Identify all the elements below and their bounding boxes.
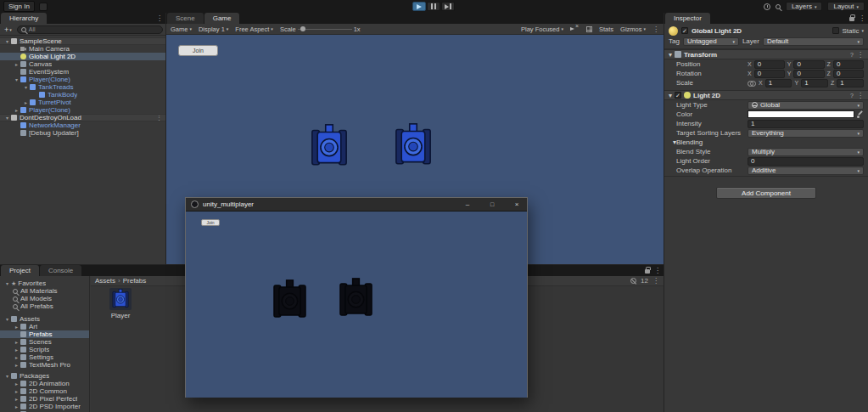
tag-dropdown[interactable]: Untagged: [683, 37, 739, 46]
foldout-icon[interactable]: [13, 362, 20, 368]
hierarchy-search-input[interactable]: All: [17, 25, 163, 34]
foldout-icon[interactable]: [22, 99, 30, 105]
favorite-item[interactable]: All Prefabs: [0, 302, 89, 310]
rotation-z-field[interactable]: 0: [833, 70, 864, 78]
tab-game[interactable]: Game: [204, 13, 240, 24]
display-dropdown[interactable]: Display 1: [199, 25, 228, 33]
content-menu-icon[interactable]: ⋮: [652, 275, 659, 286]
cloud-services-icon[interactable]: [39, 3, 48, 11]
folder-item[interactable]: TextMesh Pro: [0, 361, 89, 369]
folder-item[interactable]: Scripts: [0, 346, 89, 353]
folder-item[interactable]: Settings: [0, 353, 89, 361]
intensity-field[interactable]: 1: [748, 120, 864, 128]
light-order-field[interactable]: 0: [748, 157, 864, 166]
light-type-dropdown[interactable]: Global: [748, 101, 864, 110]
target-sorting-layers-dropdown[interactable]: Everything: [748, 129, 864, 138]
light2d-header[interactable]: ✓ Light 2D ? ⋮: [664, 90, 868, 100]
hierarchy-item[interactable]: Canvas: [0, 60, 165, 68]
minimize-button[interactable]: –: [457, 198, 478, 212]
hierarchy-item-dontdestroy[interactable]: DontDestroyOnLoad⋮: [0, 114, 165, 121]
hierarchy-item[interactable]: [Debug Updater]: [0, 129, 165, 137]
foldout-icon[interactable]: [13, 347, 20, 353]
scene-menu-icon[interactable]: ⋮: [156, 115, 162, 121]
panel-menu-icon[interactable]: ⋮: [859, 13, 865, 24]
packages-root[interactable]: Packages: [0, 372, 89, 380]
add-component-button[interactable]: Add Component: [716, 187, 816, 199]
transform-header[interactable]: Transform ? ⋮: [664, 49, 868, 59]
folder-item-selected[interactable]: Prefabs: [0, 330, 89, 338]
foldout-icon[interactable]: [13, 324, 20, 330]
hierarchy-item-selected[interactable]: Global Light 2D: [0, 53, 165, 60]
aspect-dropdown[interactable]: Free Aspect: [235, 25, 273, 33]
sign-in-button[interactable]: Sign In: [3, 1, 35, 12]
blending-foldout[interactable]: Blending: [664, 138, 868, 147]
foldout-icon[interactable]: [669, 92, 672, 99]
assets-root-folder[interactable]: Assets: [0, 315, 89, 323]
hierarchy-item[interactable]: TurretPivot: [0, 99, 165, 106]
static-dropdown[interactable]: Static: [832, 27, 864, 35]
panel-menu-icon[interactable]: ⋮: [652, 24, 659, 35]
position-x-field[interactable]: 0: [754, 60, 785, 69]
blend-style-dropdown[interactable]: Multiply: [748, 148, 864, 156]
frame-debugger-icon[interactable]: [586, 26, 592, 32]
asset-item-player[interactable]: Player: [104, 288, 137, 319]
breadcrumb-current[interactable]: Prefabs: [123, 277, 147, 285]
play-focused-dropdown[interactable]: Play Focused: [521, 25, 563, 33]
foldout-icon[interactable]: [13, 381, 20, 387]
hierarchy-item[interactable]: Player(Clone): [0, 76, 165, 83]
object-name[interactable]: Global Light 2D: [692, 27, 829, 35]
tab-project[interactable]: Project: [1, 265, 39, 276]
package-item[interactable]: 2D PSD Importer: [0, 403, 89, 410]
search-icon[interactable]: [776, 4, 781, 9]
tab-scene[interactable]: Scene: [167, 13, 204, 24]
foldout-icon[interactable]: [13, 107, 20, 113]
layers-dropdown[interactable]: Layers: [786, 2, 823, 11]
foldout-icon[interactable]: [13, 388, 20, 394]
tab-hierarchy[interactable]: Hierarchy: [1, 13, 47, 24]
close-button[interactable]: ×: [507, 198, 527, 212]
overlap-operation-dropdown[interactable]: Additive: [748, 166, 864, 175]
foldout-icon[interactable]: [13, 76, 20, 82]
help-icon[interactable]: ?: [850, 52, 854, 58]
hierarchy-item[interactable]: TankTreads: [0, 83, 165, 91]
game-join-button[interactable]: Join: [178, 45, 218, 56]
rotation-y-field[interactable]: 0: [793, 70, 824, 78]
breadcrumb-root[interactable]: Assets: [95, 277, 115, 285]
tab-console[interactable]: Console: [40, 265, 81, 276]
lock-icon[interactable]: [645, 269, 650, 274]
play-button[interactable]: [412, 2, 426, 11]
component-menu-icon[interactable]: ⋮: [857, 90, 864, 101]
scale-x-field[interactable]: 1: [765, 79, 792, 87]
foldout-icon[interactable]: [13, 396, 20, 402]
hierarchy-item[interactable]: Player(Clone): [0, 106, 165, 114]
foldout-icon[interactable]: [22, 84, 30, 90]
color-swatch[interactable]: [748, 110, 854, 118]
position-z-field[interactable]: 0: [833, 60, 864, 69]
pause-button[interactable]: [427, 2, 440, 11]
create-object-button[interactable]: +: [3, 25, 14, 34]
slider-knob[interactable]: [300, 26, 305, 31]
game-view-menu[interactable]: Game: [171, 25, 192, 33]
package-item[interactable]: 2D Animation: [0, 380, 89, 387]
active-checkbox[interactable]: ✓: [681, 27, 688, 34]
hidden-packages-icon[interactable]: [630, 278, 636, 284]
panel-menu-icon[interactable]: ⋮: [156, 13, 163, 24]
foldout-icon[interactable]: [3, 373, 11, 379]
favorite-item[interactable]: All Models: [0, 295, 89, 302]
hierarchy-item[interactable]: NetworkManager: [0, 121, 165, 129]
window-titlebar[interactable]: unity_multiplayer – □ ×: [186, 198, 527, 212]
mute-audio-icon[interactable]: [570, 25, 580, 32]
foldout-icon[interactable]: [3, 316, 11, 322]
scale-slider[interactable]: [298, 25, 352, 33]
help-icon[interactable]: ?: [850, 93, 854, 99]
player-join-button[interactable]: Join: [201, 219, 220, 226]
foldout-icon[interactable]: [13, 61, 20, 67]
stats-toggle[interactable]: Stats: [599, 25, 613, 33]
foldout-icon[interactable]: [13, 354, 20, 360]
position-y-field[interactable]: 0: [793, 60, 824, 69]
foldout-icon[interactable]: [3, 280, 11, 286]
gizmos-dropdown[interactable]: Gizmos: [620, 25, 646, 33]
component-menu-icon[interactable]: ⋮: [857, 49, 864, 60]
component-enabled-checkbox[interactable]: ✓: [675, 92, 681, 99]
package-item[interactable]: 2D Common: [0, 387, 89, 395]
